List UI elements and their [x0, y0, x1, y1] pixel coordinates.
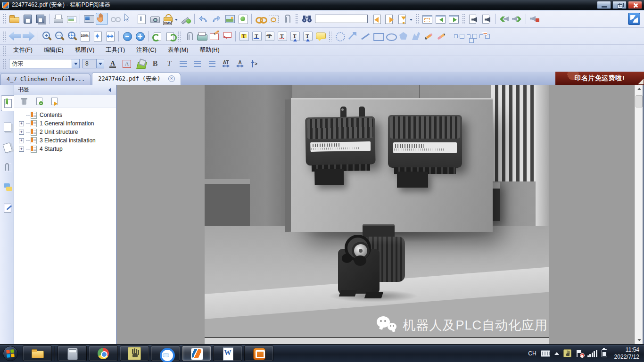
pdf-page-photo[interactable]: 机器人及PLC自动化应用 — [205, 85, 549, 338]
fill-color-button[interactable] — [135, 58, 147, 69]
expand-plus-icon[interactable]: + — [19, 130, 24, 135]
search-button[interactable] — [300, 13, 313, 25]
fullscreen-button[interactable] — [83, 13, 95, 25]
search-input[interactable] — [315, 15, 368, 23]
distance-measure-button[interactable] — [453, 30, 464, 42]
link-tool-button[interactable] — [254, 13, 266, 25]
area-measure-button[interactable] — [478, 30, 490, 42]
zoom-out-button[interactable] — [121, 30, 133, 42]
read-document-aloud-button[interactable] — [480, 13, 493, 25]
add-media-button[interactable] — [237, 13, 249, 25]
layers-panel-tab[interactable] — [1, 140, 14, 156]
align-center-button[interactable] — [192, 58, 203, 69]
char-scale-button[interactable]: A — [234, 58, 246, 69]
align-left-button[interactable] — [178, 58, 189, 69]
insert-text-button[interactable]: T — [302, 30, 314, 42]
toolbar-grip[interactable] — [178, 31, 181, 41]
bookmark-item-general-information[interactable]: + 1 General information — [14, 119, 116, 128]
taskbar-hand-app-button[interactable] — [120, 346, 149, 361]
menu-file[interactable]: 文件(F) — [8, 45, 38, 56]
bookmark-item-startup[interactable]: + 4 Startup — [14, 145, 116, 153]
rotate-right-button[interactable] — [164, 30, 175, 42]
find-next-button[interactable] — [383, 13, 396, 25]
hand-tool-button[interactable] — [96, 13, 108, 25]
sign-button[interactable] — [180, 13, 192, 25]
read-page-aloud-button[interactable] — [467, 13, 479, 25]
tray-hand-app-icon[interactable] — [563, 349, 571, 357]
bookmarks-panel-tab[interactable] — [1, 95, 15, 111]
expand-plus-icon[interactable]: + — [19, 121, 24, 126]
perimeter-measure-button[interactable] — [465, 30, 477, 42]
marquee-zoom-button[interactable] — [53, 30, 65, 42]
show-hidden-icons-icon[interactable] — [554, 350, 559, 355]
strikeout-text-button[interactable]: T — [264, 30, 275, 42]
comments-panel-tab[interactable] — [1, 179, 14, 195]
menu-help[interactable]: 帮助(H) — [194, 45, 225, 56]
italic-button[interactable]: T — [164, 58, 175, 69]
action-center-flag-icon[interactable] — [576, 349, 583, 357]
arrow-shape-button[interactable] — [347, 30, 358, 42]
read-forward-button[interactable] — [511, 13, 523, 25]
select-annotation-button[interactable] — [122, 13, 134, 25]
add-bookmark-button[interactable] — [35, 97, 43, 106]
tray-clock[interactable]: 11:54 2022/7/12 — [611, 346, 639, 361]
open-file-button[interactable] — [8, 13, 20, 25]
minimize-button[interactable] — [597, 1, 611, 9]
signatures-panel-tab[interactable] — [1, 200, 14, 216]
underline-color-button[interactable]: A — [107, 58, 118, 69]
text-color-button[interactable]: A — [121, 58, 132, 69]
underline-text-button[interactable]: T — [251, 30, 263, 42]
snapshot-button[interactable] — [149, 13, 161, 25]
scrollbar-thumb[interactable] — [636, 95, 643, 107]
replace-text-button[interactable]: T — [289, 30, 301, 42]
bookmark-item-contents[interactable]: Contents — [14, 111, 116, 119]
previous-page-button[interactable] — [8, 31, 21, 41]
delete-bookmark-button[interactable] — [20, 97, 28, 106]
rectangle-shape-button[interactable] — [372, 30, 384, 42]
expand-plus-icon[interactable]: + — [19, 147, 24, 152]
comment-bubble-button[interactable] — [314, 30, 326, 42]
attach-annotation-button[interactable] — [183, 30, 195, 42]
oval-shape-button[interactable] — [385, 30, 396, 42]
taskbar-foxit-button[interactable] — [182, 346, 211, 361]
bookmark-item-electrical-installation[interactable]: + 3 Electrical installation — [14, 136, 116, 145]
taskbar-chrome-button[interactable] — [89, 346, 118, 361]
taskbar-word-button[interactable]: W — [213, 346, 242, 361]
print-button[interactable] — [52, 13, 64, 25]
page-transition-dropdown-icon[interactable] — [410, 19, 413, 22]
zoom-in-tool-button[interactable] — [41, 30, 52, 42]
undo-button[interactable] — [197, 13, 209, 25]
squiggly-text-button[interactable]: T — [276, 30, 288, 42]
read-rewind-button[interactable] — [498, 13, 510, 25]
align-right-button[interactable] — [206, 58, 217, 69]
toolbar-grip[interactable] — [3, 14, 6, 24]
fit-width-button[interactable] — [104, 30, 116, 42]
save-button[interactable] — [21, 13, 33, 25]
pages-panel-tab[interactable] — [1, 119, 14, 135]
eraser-tool-button[interactable] — [436, 30, 447, 42]
battery-icon[interactable] — [602, 349, 607, 357]
toolbar-grip[interactable] — [329, 31, 331, 41]
font-size-dropdown-icon[interactable] — [96, 59, 104, 68]
bold-button[interactable]: B — [149, 58, 161, 69]
select-text-button[interactable] — [135, 13, 148, 25]
close-button[interactable] — [628, 1, 642, 9]
expand-toolbar-button[interactable] — [628, 13, 640, 25]
polyline-shape-button[interactable] — [410, 30, 422, 42]
polygon-shape-button[interactable] — [397, 30, 409, 42]
page-transition-button[interactable] — [396, 13, 409, 25]
taskbar-orange-app-button[interactable] — [244, 346, 273, 361]
callout-button[interactable] — [221, 30, 233, 42]
actual-size-button[interactable]: 100% — [79, 30, 91, 42]
toolbar-grip[interactable] — [295, 14, 298, 24]
font-family-dropdown-icon[interactable] — [72, 59, 79, 68]
font-family-select[interactable]: 仿宋 — [9, 59, 80, 68]
previous-view-button[interactable] — [434, 13, 446, 25]
taskbar-explorer-button[interactable] — [23, 346, 52, 361]
split-view-button[interactable] — [421, 13, 433, 25]
expand-bookmark-button[interactable] — [50, 97, 58, 106]
redo-button[interactable] — [210, 13, 223, 25]
menubar-grip[interactable] — [3, 45, 6, 56]
font-size-select[interactable]: 8 — [83, 59, 104, 68]
toolbar-grip[interactable] — [462, 14, 465, 24]
